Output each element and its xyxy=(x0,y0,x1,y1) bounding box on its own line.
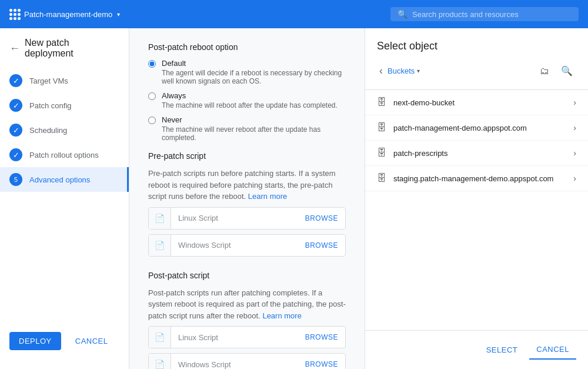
bucket-item-0[interactable]: 🗄 next-demo-bucket › xyxy=(365,90,588,115)
search-panel-button[interactable]: 🔍 xyxy=(557,62,576,80)
pre-patch-windows-field: 📄 Windows Script BROWSE xyxy=(148,234,346,257)
post-patch-linux-browse-button[interactable]: BROWSE xyxy=(298,327,345,347)
breadcrumb-chevron-icon: ▾ xyxy=(417,68,420,74)
reboot-section-title: Post-patch reboot option xyxy=(148,42,346,52)
step-check-icon: ✓ xyxy=(9,99,22,112)
bucket-list: 🗄 next-demo-bucket › 🗄 patch-management-… xyxy=(365,90,588,330)
post-patch-windows-field: 📄 Windows Script BROWSE xyxy=(148,353,346,369)
chevron-right-icon: › xyxy=(573,174,576,183)
main-layout: ← New patch deployment ✓ Target VMs ✓ Pa… xyxy=(0,28,588,369)
reboot-always-label: Always xyxy=(162,91,338,100)
app-logo[interactable]: Patch-management-demo ▾ xyxy=(9,9,120,20)
content-area: Post-patch reboot option Default The age… xyxy=(129,28,365,369)
bucket-name: patch-management-demo.appspot.com xyxy=(393,124,566,132)
chevron-right-icon: › xyxy=(573,123,576,132)
reboot-default-desc: The agent will decide if a reboot is nec… xyxy=(162,69,346,85)
step-number-badge: 5 xyxy=(9,173,22,186)
pre-patch-learn-more-link[interactable]: Learn more xyxy=(248,192,287,201)
back-button[interactable]: ← xyxy=(9,42,20,55)
bucket-name: next-demo-bucket xyxy=(393,98,566,107)
windows-file-icon: 📄 xyxy=(149,235,171,256)
windows-file-icon-post: 📄 xyxy=(149,354,171,369)
linux-file-icon-post: 📄 xyxy=(149,327,171,348)
sidebar-item-patch-config[interactable]: ✓ Patch config xyxy=(0,93,129,118)
panel-header: Select object ‹ Buckets ▾ 🗂 🔍 xyxy=(365,28,588,90)
sidebar-item-scheduling[interactable]: ✓ Scheduling xyxy=(0,118,129,142)
reboot-always-radio[interactable] xyxy=(148,92,156,100)
breadcrumb-nav: ‹ Buckets ▾ xyxy=(377,62,532,79)
cancel-panel-button[interactable]: CANCEL xyxy=(529,340,576,360)
bucket-item-3[interactable]: 🗄 staging.patch-management-demo.appspot.… xyxy=(365,166,588,191)
sidebar-actions: DEPLOY CANCEL xyxy=(0,323,129,360)
post-patch-linux-field: 📄 Linux Script BROWSE xyxy=(148,326,346,348)
new-folder-icon: 🗂 xyxy=(540,66,549,76)
pre-patch-linux-browse-button[interactable]: BROWSE xyxy=(298,208,345,228)
linux-file-icon: 📄 xyxy=(149,208,171,229)
panel-toolbar: ‹ Buckets ▾ 🗂 🔍 xyxy=(377,62,576,80)
chevron-down-icon: ▾ xyxy=(117,11,120,18)
bucket-name: patch-prescripts xyxy=(393,149,566,158)
reboot-option-group: Default The agent will decide if a reboo… xyxy=(148,59,346,142)
pre-patch-linux-label: Linux Script xyxy=(171,208,298,228)
select-object-panel: Select object ‹ Buckets ▾ 🗂 🔍 🗄 next-dem… xyxy=(365,28,588,369)
panel-footer: SELECT CANCEL xyxy=(365,330,588,369)
reboot-option-never: Never The machine will never reboot afte… xyxy=(148,115,346,142)
panel-title: Select object xyxy=(377,40,576,52)
bucket-icon: 🗄 xyxy=(377,173,386,184)
pre-patch-windows-browse-button[interactable]: BROWSE xyxy=(298,235,345,255)
step-check-icon: ✓ xyxy=(9,148,22,161)
bucket-item-2[interactable]: 🗄 patch-prescripts › xyxy=(365,141,588,166)
chevron-right-icon: › xyxy=(573,148,576,158)
bucket-item-1[interactable]: 🗄 patch-management-demo.appspot.com › xyxy=(365,115,588,141)
post-patch-title: Post-patch script xyxy=(148,271,346,280)
cancel-sidebar-button[interactable]: CANCEL xyxy=(66,332,118,350)
search-input[interactable] xyxy=(412,10,572,19)
sidebar-item-label: Advanced options xyxy=(29,175,90,184)
top-bar: Patch-management-demo ▾ 🔍 xyxy=(0,0,588,28)
post-patch-linux-label: Linux Script xyxy=(171,327,298,348)
post-patch-windows-label: Windows Script xyxy=(171,354,298,370)
reboot-option-always: Always The machine will reboot after the… xyxy=(148,91,346,109)
select-button[interactable]: SELECT xyxy=(479,341,525,359)
sidebar-item-label: Patch config xyxy=(29,101,72,110)
post-patch-desc: Post-patch scripts run after patching co… xyxy=(148,287,346,322)
new-folder-button[interactable]: 🗂 xyxy=(536,62,553,80)
sidebar-item-target-vms[interactable]: ✓ Target VMs xyxy=(0,68,129,93)
chevron-right-icon: › xyxy=(573,98,576,107)
sidebar-item-label: Scheduling xyxy=(29,126,67,135)
bucket-icon: 🗄 xyxy=(377,148,386,158)
pre-patch-desc: Pre-patch scripts run before patching st… xyxy=(148,168,346,202)
search-bar[interactable]: 🔍 xyxy=(390,7,579,21)
pre-patch-linux-field: 📄 Linux Script BROWSE xyxy=(148,207,346,230)
pre-patch-title: Pre-patch script xyxy=(148,151,346,161)
reboot-default-radio[interactable] xyxy=(148,60,156,68)
sidebar-item-advanced-options[interactable]: 5 Advanced options xyxy=(0,167,129,192)
search-icon: 🔍 xyxy=(397,9,407,19)
breadcrumb-label: Buckets xyxy=(387,67,415,75)
step-check-icon: ✓ xyxy=(9,124,22,137)
post-patch-learn-more-link[interactable]: Learn more xyxy=(262,311,301,320)
pre-patch-section: Pre-patch script Pre-patch scripts run b… xyxy=(148,151,346,257)
sidebar-item-patch-rollout[interactable]: ✓ Patch rollout options xyxy=(0,142,129,167)
sidebar-item-label: Target VMs xyxy=(29,77,68,85)
reboot-never-label: Never xyxy=(162,115,346,124)
bucket-icon: 🗄 xyxy=(377,97,386,108)
reboot-never-radio[interactable] xyxy=(148,117,156,124)
reboot-never-desc: The machine will never reboot after the … xyxy=(162,125,346,142)
search-icon: 🔍 xyxy=(561,66,573,76)
reboot-always-desc: The machine will reboot after the update… xyxy=(162,101,338,109)
panel-back-button[interactable]: ‹ xyxy=(377,62,385,79)
page-title-row: ← New patch deployment xyxy=(0,38,129,68)
grid-icon xyxy=(9,9,21,20)
bucket-name: staging.patch-management-demo.appspot.co… xyxy=(393,174,566,183)
pre-patch-windows-label: Windows Script xyxy=(171,235,298,255)
deploy-button[interactable]: DEPLOY xyxy=(9,332,61,350)
reboot-option-default: Default The agent will decide if a reboo… xyxy=(148,59,346,85)
post-patch-windows-browse-button[interactable]: BROWSE xyxy=(298,354,345,369)
page-title: New patch deployment xyxy=(25,38,119,59)
app-name: Patch-management-demo xyxy=(24,10,112,19)
sidebar: ← New patch deployment ✓ Target VMs ✓ Pa… xyxy=(0,28,129,369)
post-patch-section: Post-patch script Post-patch scripts run… xyxy=(148,271,346,370)
reboot-default-label: Default xyxy=(162,59,346,68)
step-check-icon: ✓ xyxy=(9,74,22,87)
